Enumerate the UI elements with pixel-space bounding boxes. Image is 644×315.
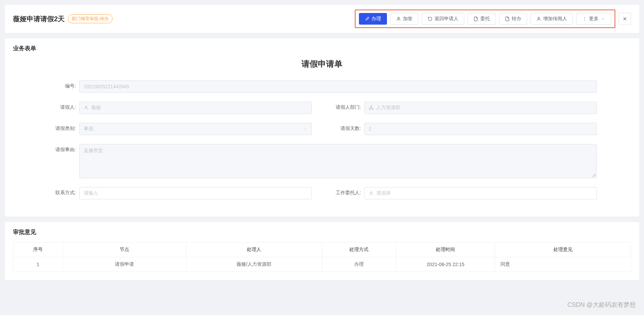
svg-point-5 (85, 106, 87, 108)
svg-point-4 (584, 20, 585, 21)
close-icon (622, 16, 628, 22)
header-left: 薇娅申请请假2天 部门领导审批-待办 (13, 14, 112, 24)
svg-point-9 (371, 192, 372, 193)
svg-point-3 (584, 18, 585, 19)
contact-input[interactable]: 请输入 (79, 187, 312, 199)
approval-panel: 审批意见 序号 节点 处理人 处理方式 处理时间 处理意见 1 请假申请 薇娅/… (5, 222, 639, 280)
form-panel-title: 业务表单 (13, 44, 631, 52)
form-panel: 业务表单 请假申请单 编号: 20210825221442849 请假人: (5, 38, 639, 216)
label-contact: 联系方式: (47, 187, 76, 196)
more-button-label: 更多 (589, 16, 599, 22)
process-button-label: 办理 (372, 16, 381, 22)
return-icon (428, 16, 432, 21)
close-button[interactable] (619, 13, 631, 25)
label-number: 编号: (47, 80, 76, 89)
label-type: 请假类别: (47, 123, 76, 132)
more-button[interactable]: 更多 (576, 13, 611, 25)
svg-point-1 (538, 17, 540, 19)
table-row: 1 请假申请 薇娅/人力资源部 办理 2021-08-25 22:15 同意 (13, 257, 631, 272)
status-badge: 部门领导审批-待办 (68, 14, 112, 23)
add-reader-button-label: 增加传阅人 (543, 16, 567, 22)
col-method: 处理方式 (322, 242, 396, 257)
header-right: 办理 加签 退回申请人 (355, 10, 631, 28)
cell-time: 2021-08-25 22:15 (396, 257, 495, 272)
label-department: 请假人部门: (332, 102, 361, 110)
department-input: 人力资源部 (364, 102, 597, 114)
reason-textarea: 直播带货 (79, 144, 597, 178)
person-icon (536, 16, 541, 21)
delegate-select[interactable]: 请选择 (364, 187, 597, 199)
document-icon (505, 16, 510, 21)
delegate-button[interactable]: 委托 (468, 13, 496, 25)
col-handler: 处理人 (186, 242, 322, 257)
svg-rect-6 (371, 106, 372, 107)
person-icon (396, 16, 401, 21)
cell-method: 办理 (322, 257, 396, 272)
col-opinion: 处理意见 (495, 242, 631, 257)
applicant-value: 薇娅 (91, 105, 101, 111)
label-reason: 请假事由: (47, 144, 76, 153)
number-input: 20210825221442849 (79, 80, 597, 93)
chevron-down-icon (303, 127, 307, 131)
svg-rect-8 (372, 108, 373, 110)
contact-placeholder: 请输入 (84, 190, 98, 196)
cell-node: 请假申请 (63, 257, 186, 272)
days-input: 2 (364, 123, 597, 135)
process-button[interactable]: 办理 (359, 13, 387, 25)
col-seq: 序号 (13, 242, 63, 257)
approval-panel-title: 审批意见 (13, 228, 631, 236)
transfer-button[interactable]: 转办 (499, 13, 527, 25)
person-icon (84, 105, 89, 110)
applicant-input: 薇娅 (79, 102, 312, 114)
countersign-button-label: 加签 (403, 16, 413, 22)
col-node: 节点 (63, 242, 186, 257)
label-days: 请假天数: (332, 123, 361, 132)
type-select: 事假 (79, 123, 312, 135)
table-header-row: 序号 节点 处理人 处理方式 处理时间 处理意见 (13, 242, 631, 257)
edit-icon (365, 16, 370, 21)
svg-point-2 (584, 17, 585, 18)
label-applicant: 请假人: (47, 102, 76, 110)
department-value: 人力资源部 (376, 105, 400, 111)
transfer-button-label: 转办 (512, 16, 521, 22)
page-title: 薇娅申请请假2天 (13, 14, 65, 24)
return-button-label: 退回申请人 (434, 16, 458, 22)
action-buttons-group: 办理 加签 退回申请人 (355, 10, 615, 28)
delegate-placeholder: 请选择 (376, 190, 391, 196)
return-button[interactable]: 退回申请人 (422, 13, 464, 25)
svg-rect-7 (369, 108, 371, 110)
document-icon (473, 16, 478, 21)
number-value: 20210825221442849 (84, 84, 129, 89)
org-icon (369, 105, 374, 110)
more-icon (582, 16, 587, 21)
reason-value: 直播带货 (84, 148, 103, 153)
days-value: 2 (369, 126, 372, 132)
chevron-down-icon (601, 16, 605, 21)
cell-opinion: 同意 (495, 257, 631, 272)
countersign-button[interactable]: 加签 (390, 13, 418, 25)
label-delegate-to: 工作委托人: (332, 187, 361, 196)
approval-table: 序号 节点 处理人 处理方式 处理时间 处理意见 1 请假申请 薇娅/人力资源部… (13, 242, 631, 272)
col-time: 处理时间 (396, 242, 495, 257)
page-header: 薇娅申请请假2天 部门领导审批-待办 办理 加签 (5, 5, 639, 33)
cell-handler: 薇娅/人力资源部 (186, 257, 322, 272)
svg-point-0 (398, 17, 400, 19)
cell-seq: 1 (13, 257, 63, 272)
type-value: 事假 (84, 126, 93, 132)
person-icon (369, 191, 374, 196)
add-reader-button[interactable]: 增加传阅人 (531, 13, 573, 25)
delegate-button-label: 委托 (480, 16, 490, 22)
form-subtitle: 请假申请单 (13, 58, 631, 69)
